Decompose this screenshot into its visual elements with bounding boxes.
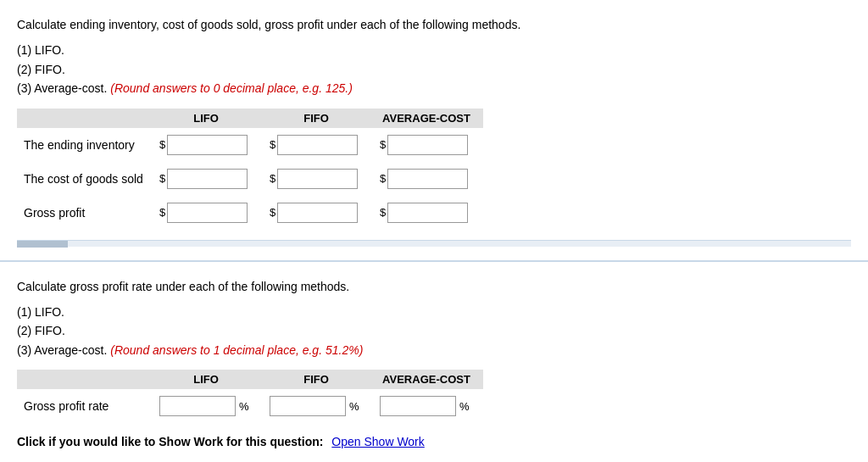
show-work-label: Click if you would like to Show Work for… <box>17 435 323 448</box>
row-label-ending-inventory: The ending inventory <box>17 128 153 162</box>
gpr-avg-cell: % <box>373 389 483 423</box>
gpr-col-avg: AVERAGE-COST <box>373 370 483 389</box>
col-fifo: FIFO <box>263 109 373 128</box>
round-note-2: (Round answers to 1 decimal place, e.g. … <box>110 343 363 357</box>
cogs-fifo-cell: $ <box>263 162 373 196</box>
inventory-table-wrapper: LIFO FIFO AVERAGE-COST The ending invent… <box>17 109 851 230</box>
row-label-gross-profit: Gross profit <box>17 196 153 230</box>
gpr-avg-input[interactable] <box>380 396 456 416</box>
dollar-sign: $ <box>380 206 386 219</box>
gross-profit-lifo-input[interactable] <box>167 203 248 223</box>
gpr-table: LIFO FIFO AVERAGE-COST Gross profit rate… <box>17 370 483 423</box>
section1-intro: Calculate ending inventory, cost of good… <box>17 15 851 98</box>
scrollbar-area <box>17 240 851 247</box>
col-avg: AVERAGE-COST <box>373 109 483 128</box>
dollar-sign: $ <box>159 172 165 185</box>
gpr-col-fifo: FIFO <box>263 370 373 389</box>
col-lifo: LIFO <box>153 109 263 128</box>
cogs-fifo-input[interactable] <box>277 169 358 189</box>
ending-inventory-avg-input[interactable] <box>387 135 468 155</box>
pct-suffix-avg: % <box>459 400 470 413</box>
ending-inventory-fifo-cell: $ <box>263 128 373 162</box>
section-gross-profit-rate: Calculate gross profit rate under each o… <box>0 262 868 462</box>
item1: (1) LIFO. <box>17 41 851 59</box>
table-row: The ending inventory $ $ <box>17 128 483 162</box>
gpr-lifo-input[interactable] <box>159 396 236 416</box>
cogs-avg-input[interactable] <box>387 169 468 189</box>
item2: (2) FIFO. <box>17 60 851 79</box>
dollar-sign: $ <box>270 172 275 185</box>
gpr-fifo-input[interactable] <box>270 396 346 416</box>
pct-suffix-lifo: % <box>239 400 249 413</box>
gpr-col-label <box>17 370 153 389</box>
s2-item2: (2) FIFO. <box>17 321 851 340</box>
gpr-col-lifo: LIFO <box>153 370 263 389</box>
s2-item3: (3) Average-cost. (Round answers to 1 de… <box>17 341 851 359</box>
intro-text-2: Calculate gross profit rate under each o… <box>17 277 851 296</box>
table-row: Gross profit $ $ <box>17 196 483 230</box>
gross-profit-fifo-cell: $ <box>263 196 373 230</box>
gpr-table-wrapper: LIFO FIFO AVERAGE-COST Gross profit rate… <box>17 370 851 423</box>
gpr-fifo-cell: % <box>263 389 373 423</box>
open-show-work-link[interactable]: Open Show Work <box>331 435 424 448</box>
gpr-lifo-cell: % <box>153 389 263 423</box>
dollar-sign: $ <box>380 138 386 151</box>
dollar-sign: $ <box>270 138 275 151</box>
s2-item1: (1) LIFO. <box>17 303 851 321</box>
inventory-table: LIFO FIFO AVERAGE-COST The ending invent… <box>17 109 483 230</box>
ending-inventory-lifo-cell: $ <box>153 128 263 162</box>
cogs-lifo-input[interactable] <box>167 169 248 189</box>
row-label-cogs: The cost of goods sold <box>17 162 153 196</box>
dollar-sign: $ <box>380 172 386 185</box>
gross-profit-fifo-input[interactable] <box>277 203 358 223</box>
gross-profit-avg-cell: $ <box>373 196 483 230</box>
table-row: Gross profit rate % % <box>17 389 483 423</box>
cogs-avg-cell: $ <box>373 162 483 196</box>
dollar-sign: $ <box>159 206 165 219</box>
dollar-sign: $ <box>159 138 165 151</box>
gpr-row-label: Gross profit rate <box>17 389 153 423</box>
dollar-sign: $ <box>270 206 275 219</box>
item3: (3) Average-cost. (Round answers to 0 de… <box>17 79 851 97</box>
round-note-1: (Round answers to 0 decimal place, e.g. … <box>110 81 353 95</box>
table-row: The cost of goods sold $ $ <box>17 162 483 196</box>
ending-inventory-fifo-input[interactable] <box>277 135 358 155</box>
ending-inventory-avg-cell: $ <box>373 128 483 162</box>
ending-inventory-lifo-input[interactable] <box>167 135 248 155</box>
section-inventory: Calculate ending inventory, cost of good… <box>0 0 868 262</box>
pct-suffix-fifo: % <box>349 400 359 413</box>
gross-profit-avg-input[interactable] <box>387 203 468 223</box>
show-work-row: Click if you would like to Show Work for… <box>17 435 851 448</box>
section2-intro: Calculate gross profit rate under each o… <box>17 277 851 360</box>
gross-profit-lifo-cell: $ <box>153 196 263 230</box>
intro-text: Calculate ending inventory, cost of good… <box>17 15 851 34</box>
col-label <box>17 109 153 128</box>
cogs-lifo-cell: $ <box>153 162 263 196</box>
